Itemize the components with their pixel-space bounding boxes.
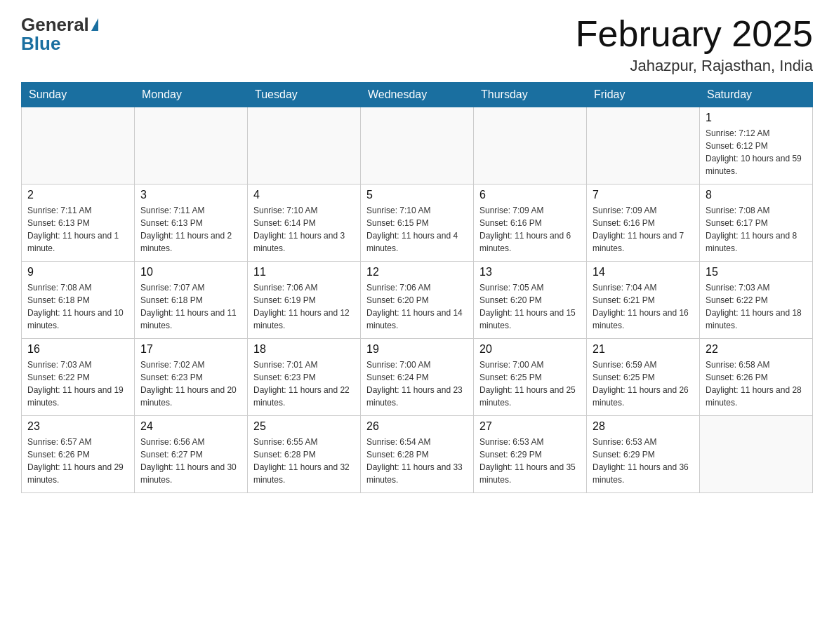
column-header-thursday: Thursday [474, 83, 587, 107]
day-number: 17 [140, 343, 241, 356]
calendar-cell: 21Sunrise: 6:59 AMSunset: 6:25 PMDayligh… [587, 339, 700, 416]
day-number: 10 [140, 266, 241, 279]
day-number: 25 [253, 420, 355, 433]
calendar-cell: 2Sunrise: 7:11 AMSunset: 6:13 PMDaylight… [22, 185, 135, 262]
calendar-cell: 17Sunrise: 7:02 AMSunset: 6:23 PMDayligh… [135, 339, 248, 416]
calendar-cell: 28Sunrise: 6:53 AMSunset: 6:29 PMDayligh… [587, 416, 700, 493]
column-header-tuesday: Tuesday [248, 83, 361, 107]
day-info: Sunrise: 6:53 AMSunset: 6:29 PMDaylight:… [479, 436, 581, 486]
day-info: Sunrise: 7:11 AMSunset: 6:13 PMDaylight:… [27, 204, 128, 255]
calendar-cell: 5Sunrise: 7:10 AMSunset: 6:15 PMDaylight… [361, 185, 474, 262]
calendar-cell: 4Sunrise: 7:10 AMSunset: 6:14 PMDaylight… [248, 185, 361, 262]
calendar-cell [361, 107, 474, 185]
column-header-wednesday: Wednesday [361, 83, 474, 107]
calendar-cell: 15Sunrise: 7:03 AMSunset: 6:22 PMDayligh… [700, 262, 813, 339]
day-number: 13 [479, 266, 581, 279]
day-number: 18 [253, 343, 355, 356]
day-number: 6 [479, 189, 581, 201]
column-header-saturday: Saturday [700, 83, 813, 107]
day-number: 16 [27, 343, 128, 356]
day-info: Sunrise: 6:57 AMSunset: 6:26 PMDaylight:… [27, 436, 128, 486]
day-info: Sunrise: 7:00 AMSunset: 6:24 PMDaylight:… [366, 358, 468, 409]
calendar-cell: 7Sunrise: 7:09 AMSunset: 6:16 PMDaylight… [587, 185, 700, 262]
day-number: 4 [253, 189, 355, 201]
day-info: Sunrise: 7:10 AMSunset: 6:14 PMDaylight:… [253, 204, 355, 255]
calendar-cell: 3Sunrise: 7:11 AMSunset: 6:13 PMDaylight… [135, 185, 248, 262]
day-info: Sunrise: 7:05 AMSunset: 6:20 PMDaylight:… [479, 281, 581, 332]
calendar-cell: 18Sunrise: 7:01 AMSunset: 6:23 PMDayligh… [248, 339, 361, 416]
day-number: 1 [706, 112, 807, 124]
week-row-4: 16Sunrise: 7:03 AMSunset: 6:22 PMDayligh… [22, 339, 813, 416]
calendar-cell [248, 107, 361, 185]
day-number: 22 [706, 343, 807, 356]
day-info: Sunrise: 7:08 AMSunset: 6:17 PMDaylight:… [706, 204, 807, 255]
day-info: Sunrise: 7:12 AMSunset: 6:12 PMDaylight:… [706, 127, 807, 177]
day-info: Sunrise: 7:06 AMSunset: 6:20 PMDaylight:… [366, 281, 468, 332]
month-title: February 2025 [576, 14, 813, 54]
day-number: 20 [479, 343, 581, 356]
calendar-table: SundayMondayTuesdayWednesdayThursdayFrid… [21, 82, 813, 493]
column-header-monday: Monday [135, 83, 248, 107]
calendar-cell [700, 416, 813, 493]
day-number: 9 [27, 266, 128, 279]
calendar-cell: 19Sunrise: 7:00 AMSunset: 6:24 PMDayligh… [361, 339, 474, 416]
day-number: 3 [140, 189, 241, 201]
day-number: 5 [366, 189, 468, 201]
day-info: Sunrise: 7:09 AMSunset: 6:16 PMDaylight:… [593, 204, 694, 255]
day-number: 21 [593, 343, 694, 356]
day-number: 24 [140, 420, 241, 433]
column-header-friday: Friday [587, 83, 700, 107]
week-row-2: 2Sunrise: 7:11 AMSunset: 6:13 PMDaylight… [22, 185, 813, 262]
day-number: 15 [706, 266, 807, 279]
calendar-cell [587, 107, 700, 185]
calendar-cell: 23Sunrise: 6:57 AMSunset: 6:26 PMDayligh… [22, 416, 135, 493]
day-info: Sunrise: 7:01 AMSunset: 6:23 PMDaylight:… [253, 358, 355, 409]
day-info: Sunrise: 7:04 AMSunset: 6:21 PMDaylight:… [593, 281, 694, 332]
calendar-cell: 26Sunrise: 6:54 AMSunset: 6:28 PMDayligh… [361, 416, 474, 493]
day-info: Sunrise: 7:03 AMSunset: 6:22 PMDaylight:… [706, 281, 807, 332]
day-number: 8 [706, 189, 807, 201]
calendar-cell: 14Sunrise: 7:04 AMSunset: 6:21 PMDayligh… [587, 262, 700, 339]
day-info: Sunrise: 6:55 AMSunset: 6:28 PMDaylight:… [253, 436, 355, 486]
calendar-cell: 20Sunrise: 7:00 AMSunset: 6:25 PMDayligh… [474, 339, 587, 416]
page-header: General Blue February 2025 Jahazpur, Raj… [21, 14, 813, 75]
day-info: Sunrise: 7:07 AMSunset: 6:18 PMDaylight:… [140, 281, 241, 332]
day-number: 11 [253, 266, 355, 279]
calendar-cell: 11Sunrise: 7:06 AMSunset: 6:19 PMDayligh… [248, 262, 361, 339]
calendar-cell: 24Sunrise: 6:56 AMSunset: 6:27 PMDayligh… [135, 416, 248, 493]
calendar-cell: 22Sunrise: 6:58 AMSunset: 6:26 PMDayligh… [700, 339, 813, 416]
day-info: Sunrise: 7:10 AMSunset: 6:15 PMDaylight:… [366, 204, 468, 255]
logo-blue-text: Blue [21, 33, 60, 55]
calendar-cell: 6Sunrise: 7:09 AMSunset: 6:16 PMDaylight… [474, 185, 587, 262]
day-info: Sunrise: 7:03 AMSunset: 6:22 PMDaylight:… [27, 358, 128, 409]
day-number: 14 [593, 266, 694, 279]
week-row-1: 1Sunrise: 7:12 AMSunset: 6:12 PMDaylight… [22, 107, 813, 185]
day-number: 19 [366, 343, 468, 356]
calendar-cell: 13Sunrise: 7:05 AMSunset: 6:20 PMDayligh… [474, 262, 587, 339]
day-info: Sunrise: 7:06 AMSunset: 6:19 PMDaylight:… [253, 281, 355, 332]
day-info: Sunrise: 7:11 AMSunset: 6:13 PMDaylight:… [140, 204, 241, 255]
calendar-cell: 9Sunrise: 7:08 AMSunset: 6:18 PMDaylight… [22, 262, 135, 339]
calendar-cell: 25Sunrise: 6:55 AMSunset: 6:28 PMDayligh… [248, 416, 361, 493]
calendar-cell [474, 107, 587, 185]
day-info: Sunrise: 7:02 AMSunset: 6:23 PMDaylight:… [140, 358, 241, 409]
day-number: 2 [27, 189, 128, 201]
calendar-cell: 8Sunrise: 7:08 AMSunset: 6:17 PMDaylight… [700, 185, 813, 262]
day-number: 27 [479, 420, 581, 433]
day-info: Sunrise: 7:00 AMSunset: 6:25 PMDaylight:… [479, 358, 581, 409]
title-block: February 2025 Jahazpur, Rajasthan, India [576, 14, 813, 75]
calendar-cell: 16Sunrise: 7:03 AMSunset: 6:22 PMDayligh… [22, 339, 135, 416]
day-number: 7 [593, 189, 694, 201]
day-number: 28 [593, 420, 694, 433]
day-info: Sunrise: 6:59 AMSunset: 6:25 PMDaylight:… [593, 358, 694, 409]
day-number: 23 [27, 420, 128, 433]
day-info: Sunrise: 6:58 AMSunset: 6:26 PMDaylight:… [706, 358, 807, 409]
calendar-cell: 12Sunrise: 7:06 AMSunset: 6:20 PMDayligh… [361, 262, 474, 339]
week-row-3: 9Sunrise: 7:08 AMSunset: 6:18 PMDaylight… [22, 262, 813, 339]
logo: General Blue [21, 14, 98, 55]
day-info: Sunrise: 6:56 AMSunset: 6:27 PMDaylight:… [140, 436, 241, 486]
day-number: 26 [366, 420, 468, 433]
calendar-cell [135, 107, 248, 185]
calendar-cell: 10Sunrise: 7:07 AMSunset: 6:18 PMDayligh… [135, 262, 248, 339]
day-info: Sunrise: 7:08 AMSunset: 6:18 PMDaylight:… [27, 281, 128, 332]
